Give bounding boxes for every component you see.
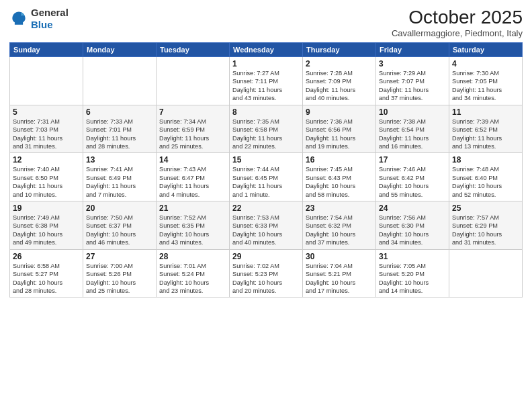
day-info: Sunrise: 7:54 AM Sunset: 6:32 PM Dayligh… bbox=[306, 214, 373, 247]
day-number: 3 bbox=[379, 59, 446, 68]
table-row: 4Sunrise: 7:30 AM Sunset: 7:05 PM Daylig… bbox=[449, 57, 523, 105]
day-number: 12 bbox=[13, 155, 80, 165]
col-sunday: Sunday bbox=[10, 43, 83, 57]
day-number: 24 bbox=[379, 203, 446, 213]
table-row: 31Sunrise: 7:05 AM Sunset: 5:20 PM Dayli… bbox=[376, 249, 449, 298]
calendar-week-row: 26Sunrise: 6:58 AM Sunset: 5:27 PM Dayli… bbox=[10, 249, 523, 298]
day-number: 18 bbox=[452, 155, 519, 165]
calendar-header-row: Sunday Monday Tuesday Wednesday Thursday… bbox=[10, 43, 523, 57]
day-number: 7 bbox=[159, 107, 226, 117]
day-info: Sunrise: 7:57 AM Sunset: 6:29 PM Dayligh… bbox=[452, 214, 519, 247]
day-number: 5 bbox=[13, 107, 80, 117]
day-number: 2 bbox=[306, 59, 373, 68]
table-row: 12Sunrise: 7:40 AM Sunset: 6:50 PM Dayli… bbox=[10, 153, 83, 201]
day-number: 1 bbox=[232, 59, 300, 68]
day-number: 17 bbox=[379, 155, 446, 165]
day-number: 25 bbox=[452, 203, 519, 213]
table-row: 25Sunrise: 7:57 AM Sunset: 6:29 PM Dayli… bbox=[449, 201, 523, 250]
table-row: 17Sunrise: 7:46 AM Sunset: 6:42 PM Dayli… bbox=[376, 153, 449, 201]
calendar-week-row: 5Sunrise: 7:31 AM Sunset: 7:03 PM Daylig… bbox=[10, 105, 523, 153]
day-info: Sunrise: 7:49 AM Sunset: 6:38 PM Dayligh… bbox=[13, 214, 80, 247]
day-info: Sunrise: 7:36 AM Sunset: 6:56 PM Dayligh… bbox=[306, 118, 373, 151]
table-row: 6Sunrise: 7:33 AM Sunset: 7:01 PM Daylig… bbox=[83, 105, 157, 153]
day-info: Sunrise: 7:29 AM Sunset: 7:07 PM Dayligh… bbox=[379, 69, 446, 103]
table-row: 5Sunrise: 7:31 AM Sunset: 7:03 PM Daylig… bbox=[10, 105, 83, 153]
day-info: Sunrise: 7:39 AM Sunset: 6:52 PM Dayligh… bbox=[452, 118, 519, 151]
day-number: 19 bbox=[13, 203, 80, 213]
day-info: Sunrise: 7:05 AM Sunset: 5:20 PM Dayligh… bbox=[379, 262, 446, 295]
table-row: 29Sunrise: 7:02 AM Sunset: 5:23 PM Dayli… bbox=[230, 249, 303, 298]
day-info: Sunrise: 7:31 AM Sunset: 7:03 PM Dayligh… bbox=[13, 118, 80, 151]
table-row: 18Sunrise: 7:48 AM Sunset: 6:40 PM Dayli… bbox=[449, 153, 523, 201]
day-number: 30 bbox=[306, 252, 373, 261]
table-row: 22Sunrise: 7:53 AM Sunset: 6:33 PM Dayli… bbox=[230, 201, 303, 250]
table-row bbox=[157, 57, 230, 105]
table-row: 30Sunrise: 7:04 AM Sunset: 5:21 PM Dayli… bbox=[303, 249, 376, 298]
page: General Blue October 2025 Cavallermaggio… bbox=[0, 0, 532, 411]
table-row: 23Sunrise: 7:54 AM Sunset: 6:32 PM Dayli… bbox=[303, 201, 376, 250]
table-row: 19Sunrise: 7:49 AM Sunset: 6:38 PM Dayli… bbox=[10, 201, 83, 250]
calendar-week-row: 1Sunrise: 7:27 AM Sunset: 7:11 PM Daylig… bbox=[10, 57, 523, 105]
day-info: Sunrise: 7:34 AM Sunset: 6:59 PM Dayligh… bbox=[159, 118, 226, 151]
day-info: Sunrise: 7:30 AM Sunset: 7:05 PM Dayligh… bbox=[452, 69, 519, 103]
day-number: 11 bbox=[452, 107, 519, 117]
table-row: 8Sunrise: 7:35 AM Sunset: 6:58 PM Daylig… bbox=[230, 105, 303, 153]
day-info: Sunrise: 7:56 AM Sunset: 6:30 PM Dayligh… bbox=[379, 214, 446, 247]
table-row bbox=[10, 57, 83, 105]
day-number: 15 bbox=[232, 155, 300, 165]
day-info: Sunrise: 7:50 AM Sunset: 6:37 PM Dayligh… bbox=[86, 214, 153, 247]
day-number: 16 bbox=[306, 155, 373, 165]
day-info: Sunrise: 7:52 AM Sunset: 6:35 PM Dayligh… bbox=[159, 214, 226, 247]
day-info: Sunrise: 7:48 AM Sunset: 6:40 PM Dayligh… bbox=[452, 165, 519, 199]
col-tuesday: Tuesday bbox=[157, 43, 230, 57]
calendar-week-row: 12Sunrise: 7:40 AM Sunset: 6:50 PM Dayli… bbox=[10, 153, 523, 201]
day-number: 13 bbox=[86, 155, 153, 165]
table-row: 10Sunrise: 7:38 AM Sunset: 6:54 PM Dayli… bbox=[376, 105, 449, 153]
calendar-table: Sunday Monday Tuesday Wednesday Thursday… bbox=[9, 42, 523, 298]
day-number: 20 bbox=[86, 203, 153, 213]
day-info: Sunrise: 7:45 AM Sunset: 6:43 PM Dayligh… bbox=[306, 165, 373, 199]
day-info: Sunrise: 7:53 AM Sunset: 6:33 PM Dayligh… bbox=[232, 214, 300, 247]
day-number: 29 bbox=[232, 252, 300, 261]
table-row: 15Sunrise: 7:44 AM Sunset: 6:45 PM Dayli… bbox=[230, 153, 303, 201]
day-info: Sunrise: 7:33 AM Sunset: 7:01 PM Dayligh… bbox=[86, 118, 153, 151]
col-friday: Friday bbox=[376, 43, 449, 57]
day-number: 9 bbox=[306, 107, 373, 117]
table-row: 24Sunrise: 7:56 AM Sunset: 6:30 PM Dayli… bbox=[376, 201, 449, 250]
month-title: October 2025 bbox=[392, 7, 523, 28]
calendar-week-row: 19Sunrise: 7:49 AM Sunset: 6:38 PM Dayli… bbox=[10, 201, 523, 250]
day-info: Sunrise: 7:00 AM Sunset: 5:26 PM Dayligh… bbox=[86, 262, 153, 295]
day-info: Sunrise: 7:28 AM Sunset: 7:09 PM Dayligh… bbox=[306, 69, 373, 103]
logo: General Blue bbox=[9, 7, 69, 31]
table-row: 9Sunrise: 7:36 AM Sunset: 6:56 PM Daylig… bbox=[303, 105, 376, 153]
day-info: Sunrise: 7:01 AM Sunset: 5:24 PM Dayligh… bbox=[159, 262, 226, 295]
table-row: 11Sunrise: 7:39 AM Sunset: 6:52 PM Dayli… bbox=[449, 105, 523, 153]
logo-icon bbox=[9, 9, 28, 28]
day-info: Sunrise: 7:27 AM Sunset: 7:11 PM Dayligh… bbox=[232, 69, 300, 103]
title-block: October 2025 Cavallermaggiore, Piedmont,… bbox=[392, 7, 523, 38]
day-info: Sunrise: 7:43 AM Sunset: 6:47 PM Dayligh… bbox=[159, 165, 226, 199]
table-row bbox=[83, 57, 157, 105]
day-number: 6 bbox=[86, 107, 153, 117]
day-info: Sunrise: 7:35 AM Sunset: 6:58 PM Dayligh… bbox=[232, 118, 300, 151]
day-info: Sunrise: 7:02 AM Sunset: 5:23 PM Dayligh… bbox=[232, 262, 300, 295]
day-info: Sunrise: 7:44 AM Sunset: 6:45 PM Dayligh… bbox=[232, 165, 300, 199]
table-row: 3Sunrise: 7:29 AM Sunset: 7:07 PM Daylig… bbox=[376, 57, 449, 105]
day-number: 23 bbox=[306, 203, 373, 213]
day-info: Sunrise: 7:40 AM Sunset: 6:50 PM Dayligh… bbox=[13, 165, 80, 199]
day-info: Sunrise: 7:38 AM Sunset: 6:54 PM Dayligh… bbox=[379, 118, 446, 151]
day-number: 28 bbox=[159, 252, 226, 261]
col-monday: Monday bbox=[83, 43, 157, 57]
day-number: 31 bbox=[379, 252, 446, 261]
day-info: Sunrise: 7:41 AM Sunset: 6:49 PM Dayligh… bbox=[86, 165, 153, 199]
day-info: Sunrise: 7:04 AM Sunset: 5:21 PM Dayligh… bbox=[306, 262, 373, 295]
table-row: 13Sunrise: 7:41 AM Sunset: 6:49 PM Dayli… bbox=[83, 153, 157, 201]
table-row: 26Sunrise: 6:58 AM Sunset: 5:27 PM Dayli… bbox=[10, 249, 83, 298]
day-number: 26 bbox=[13, 252, 80, 261]
table-row: 28Sunrise: 7:01 AM Sunset: 5:24 PM Dayli… bbox=[157, 249, 230, 298]
table-row: 14Sunrise: 7:43 AM Sunset: 6:47 PM Dayli… bbox=[157, 153, 230, 201]
day-info: Sunrise: 6:58 AM Sunset: 5:27 PM Dayligh… bbox=[13, 262, 80, 295]
table-row: 21Sunrise: 7:52 AM Sunset: 6:35 PM Dayli… bbox=[157, 201, 230, 250]
col-wednesday: Wednesday bbox=[230, 43, 303, 57]
day-number: 8 bbox=[232, 107, 300, 117]
